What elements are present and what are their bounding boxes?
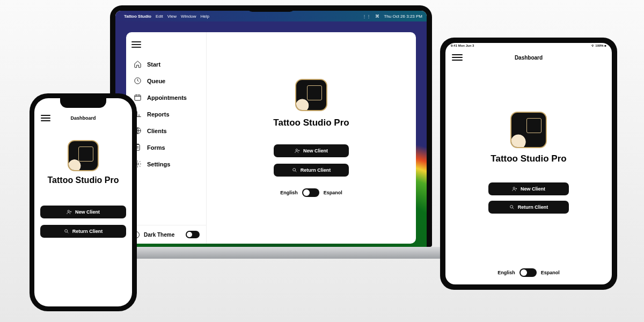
tablet-status-bar: 9:41 Mon Jun 3 ᯤ 100% ■: [445, 43, 612, 50]
sidebar-item-start[interactable]: Start: [126, 56, 206, 72]
menubar-item-view[interactable]: View: [167, 14, 177, 19]
laptop-device: Tattoo Studio Edit View Window Help ⋮⋮ ⌘…: [110, 5, 432, 267]
new-client-button[interactable]: New Client: [488, 182, 569, 195]
mac-menubar-left: Tattoo Studio Edit View Window Help: [120, 14, 209, 19]
language-left: English: [497, 270, 515, 275]
control-center-icon[interactable]: ⌘: [375, 14, 379, 19]
svg-point-10: [510, 206, 513, 208]
sidebar: Start Queue Appointments: [126, 32, 207, 244]
sidebar-item-forms[interactable]: Forms: [126, 139, 206, 156]
new-client-label: New Client: [303, 148, 328, 153]
app-title: Tattoo Studio Pro: [47, 175, 119, 185]
search-icon: [509, 204, 515, 210]
svg-point-8: [64, 230, 67, 232]
language-left: English: [280, 190, 298, 195]
return-client-label: Return Client: [72, 229, 103, 234]
sidebar-item-appointments[interactable]: Appointments: [126, 89, 206, 106]
return-client-button[interactable]: Return Client: [40, 225, 126, 238]
language-switcher: English Espanol: [497, 268, 560, 277]
theme-label: Dark Theme: [144, 232, 174, 238]
user-plus-icon: [67, 209, 72, 215]
user-plus-icon: [512, 186, 517, 192]
sidebar-item-label: Forms: [147, 144, 165, 151]
theme-toggle-row: Dark Theme: [126, 225, 206, 244]
svg-point-9: [513, 187, 515, 189]
svg-point-4: [137, 163, 139, 165]
return-client-button[interactable]: Return Client: [274, 164, 349, 177]
tablet-status-battery: ᯤ 100% ■: [591, 44, 606, 49]
language-switcher: English Espanol: [280, 188, 342, 197]
tablet-header: Dashboard: [445, 50, 612, 64]
svg-rect-1: [135, 95, 141, 100]
app-logo-icon: [510, 112, 547, 148]
clock-icon: [134, 77, 142, 85]
sidebar-item-label: Reports: [147, 111, 170, 118]
wifi-icon[interactable]: ⋮⋮: [362, 14, 371, 19]
sidebar-item-label: Appointments: [147, 94, 187, 101]
app-title: Tattoo Studio Pro: [491, 153, 566, 164]
menubar-item-help[interactable]: Help: [200, 14, 209, 19]
hamburger-icon[interactable]: [131, 40, 141, 49]
main-content: Tattoo Studio Pro New Client Return Clie…: [207, 32, 416, 244]
sidebar-item-label: Clients: [147, 128, 167, 134]
svg-point-5: [296, 149, 297, 151]
language-right: Espanol: [324, 190, 342, 195]
return-client-label: Return Client: [518, 204, 548, 210]
page-title: Dashboard: [452, 55, 605, 61]
sidebar-item-label: Queue: [147, 78, 165, 84]
laptop-inner: Tattoo Studio Edit View Window Help ⋮⋮ ⌘…: [115, 11, 427, 247]
menubar-app[interactable]: Tattoo Studio: [124, 14, 151, 19]
menubar-item-window[interactable]: Window: [181, 14, 196, 19]
laptop-screen: Tattoo Studio Edit View Window Help ⋮⋮ ⌘…: [110, 5, 432, 247]
sidebar-item-settings[interactable]: Settings: [126, 156, 206, 172]
new-client-label: New Client: [75, 209, 100, 215]
home-icon: [134, 60, 142, 68]
app-title: Tattoo Studio Pro: [273, 118, 349, 128]
svg-point-6: [292, 169, 295, 171]
return-client-button[interactable]: Return Client: [488, 201, 569, 214]
mac-menubar: Tattoo Studio Edit View Window Help ⋮⋮ ⌘…: [115, 11, 427, 21]
phone-notch: [60, 98, 106, 108]
mac-menubar-right: ⋮⋮ ⌘ Thu Oct 26 3:23 PM: [362, 14, 422, 19]
language-toggle[interactable]: [519, 268, 537, 277]
phone-screen: Dashboard Tattoo Studio Pro New Client R…: [34, 98, 132, 306]
tablet-device: 9:41 Mon Jun 3 ᯤ 100% ■ Dashboard Tattoo…: [440, 38, 617, 290]
phone-device: Dashboard Tattoo Studio Pro New Client R…: [30, 93, 137, 311]
tablet-screen: 9:41 Mon Jun 3 ᯤ 100% ■ Dashboard Tattoo…: [445, 43, 612, 284]
language-right: Espanol: [541, 270, 560, 275]
menubar-clock[interactable]: Thu Oct 26 3:23 PM: [384, 14, 422, 19]
app-window: Start Queue Appointments: [126, 32, 416, 244]
search-icon: [64, 229, 69, 234]
new-client-label: New Client: [521, 186, 545, 192]
mac-wallpaper: Start Queue Appointments: [115, 21, 427, 247]
phone-header: Dashboard: [34, 111, 132, 125]
app-logo-icon: [295, 79, 327, 111]
laptop-notch: [247, 5, 295, 12]
new-client-button[interactable]: New Client: [40, 206, 126, 218]
phone-main: Tattoo Studio Pro New Client Return Clie…: [40, 140, 126, 238]
calendar-icon: [134, 93, 142, 101]
sidebar-item-queue[interactable]: Queue: [126, 72, 206, 89]
sidebar-nav: Start Queue Appointments: [126, 54, 206, 225]
sidebar-item-label: Start: [147, 61, 160, 68]
return-client-label: Return Client: [301, 167, 331, 173]
page-title: Dashboard: [41, 115, 126, 121]
new-client-button[interactable]: New Client: [274, 144, 349, 157]
app-logo-icon: [68, 140, 99, 171]
sidebar-item-label: Settings: [147, 161, 170, 167]
svg-point-7: [68, 210, 69, 212]
language-toggle[interactable]: [302, 188, 319, 197]
sidebar-item-clients[interactable]: Clients: [126, 122, 206, 139]
search-icon: [292, 167, 297, 173]
tablet-main: Tattoo Studio Pro New Client Return Clie…: [445, 64, 612, 261]
menubar-item-edit[interactable]: Edit: [156, 14, 163, 19]
sidebar-item-reports[interactable]: Reports: [126, 106, 206, 122]
theme-toggle[interactable]: [186, 231, 200, 238]
tablet-status-time: 9:41 Mon Jun 3: [451, 44, 474, 49]
user-plus-icon: [295, 148, 300, 153]
